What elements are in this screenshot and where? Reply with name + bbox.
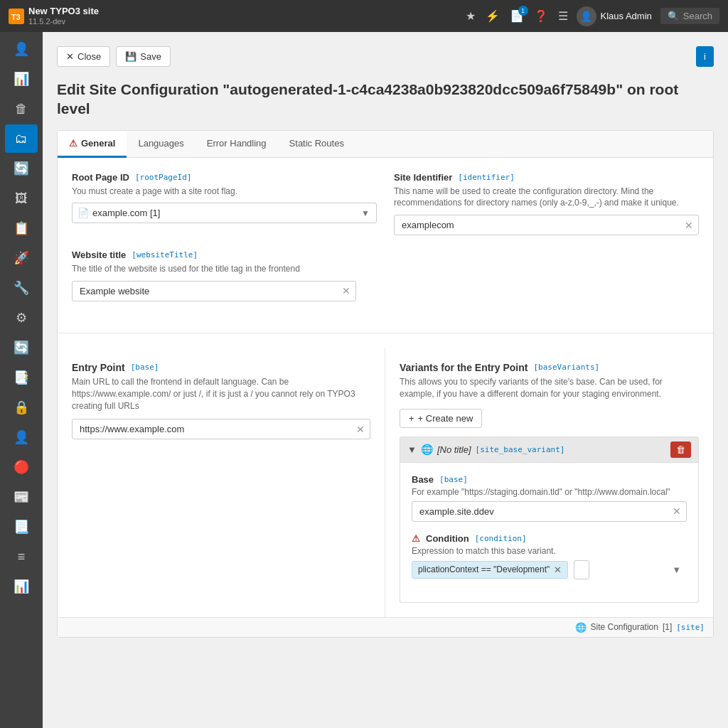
list-icon[interactable]: ☰ — [558, 9, 568, 23]
entry-point-input-wrapper: ✕ — [72, 419, 370, 439]
sidebar-item-news[interactable]: 📰 — [5, 483, 38, 511]
tab-languages-label: Languages — [138, 138, 183, 149]
sidebar-item-pages[interactable]: 📃 — [5, 513, 38, 541]
flash-icon[interactable]: ⚡ — [486, 9, 500, 23]
variant-base-clear-icon[interactable]: ✕ — [673, 506, 681, 516]
notification-badge: 1 — [518, 6, 528, 16]
entry-point-input[interactable] — [72, 419, 370, 439]
svg-text:T3: T3 — [11, 12, 21, 21]
variant-collapse-icon[interactable]: ▼ — [407, 444, 417, 455]
toolbar: ✕ Close 💾 Save i — [57, 46, 714, 67]
sidebar-item-scheduler[interactable]: 🔴 — [5, 453, 38, 481]
status-globe-icon: 🌐 — [575, 622, 587, 633]
general-error-icon: ⚠ — [69, 138, 77, 149]
variant-header-left: ▼ 🌐 [No title] [site_base_variant] — [407, 444, 564, 455]
status-tag: [site] — [676, 623, 705, 632]
sidebar-item-settings[interactable]: ⚙ — [5, 304, 38, 332]
sidebar-item-user[interactable]: 👤 — [5, 35, 38, 63]
website-title-tag: [websiteTitle] — [132, 250, 198, 259]
variant-item: ▼ 🌐 [No title] [site_base_variant] 🗑 — [400, 437, 699, 603]
entry-point-desc: Main URL to call the frontend in default… — [72, 376, 370, 412]
website-title-input[interactable] — [72, 281, 356, 301]
status-count: [1] — [663, 622, 672, 632]
save-button[interactable]: 💾 Save — [116, 46, 171, 67]
tab-general[interactable]: ⚠ General — [58, 131, 127, 158]
site-identifier-input-wrapper: ✕ — [394, 215, 699, 235]
topbar-icons: ★ ⚡ 📄 1 ❓ ☰ — [466, 9, 568, 23]
help-icon[interactable]: ❓ — [534, 9, 548, 23]
root-page-select[interactable]: example.com [1] — [72, 203, 377, 223]
save-icon: 💾 — [125, 51, 136, 62]
topbar-user[interactable]: 👤 Klaus Admin — [577, 6, 652, 26]
variant-base-tag: [base] — [439, 475, 468, 484]
tabs: ⚠ General Languages Error Handling Stati… — [58, 131, 713, 158]
typo3-icon: T3 — [9, 9, 24, 24]
website-title-label: Website title [websiteTitle] — [72, 250, 699, 260]
condition-tag-text: plicationContext == "Development" — [418, 564, 550, 574]
topbar-site-name: New TYPO3 site — [28, 6, 99, 17]
root-page-desc: You must create a page with a site root … — [72, 186, 377, 198]
variant-base-group: Base [base] For example "https://staging… — [412, 474, 687, 522]
variant-delete-button[interactable]: 🗑 — [670, 441, 691, 458]
sidebar-item-charts[interactable]: 📊 — [5, 572, 38, 601]
variants-right: Variants for the Entry Point [baseVarian… — [385, 348, 713, 617]
condition-dropdown[interactable] — [574, 560, 589, 579]
site-identifier-label-text: Site Identifier — [394, 172, 452, 183]
sidebar-item-trash[interactable]: 🗑 — [5, 95, 38, 123]
sidebar-item-dashboard[interactable]: 📊 — [5, 65, 38, 93]
sidebar-item-security[interactable]: 🔒 — [5, 393, 38, 422]
condition-dropdown-wrapper: ▼ — [574, 560, 687, 579]
site-identifier-clear-icon[interactable]: ✕ — [685, 220, 693, 230]
entry-point-clear-icon[interactable]: ✕ — [356, 424, 365, 434]
variant-base-label-text: Base — [412, 474, 434, 485]
sidebar-item-sync[interactable]: 🔄 — [5, 333, 38, 362]
variant-base-input-wrapper: ✕ — [412, 501, 687, 522]
tab-error-handling[interactable]: Error Handling — [196, 131, 278, 158]
tab-static-routes-label: Static Routes — [289, 138, 344, 149]
sidebar-item-filelist[interactable]: 🗂 — [5, 124, 38, 153]
info-button[interactable]: i — [696, 46, 714, 67]
variant-condition-desc: Expression to match this base variant. — [412, 546, 687, 556]
entry-point-title: Entry Point [base] — [72, 362, 370, 373]
sidebar-item-list[interactable]: ≡ — [5, 542, 38, 571]
sidebar-item-forms[interactable]: 📋 — [5, 214, 38, 242]
variant-base-label: Base [base] — [412, 474, 687, 485]
page-title: Edit Site Configuration "autogenerated-1… — [57, 80, 714, 119]
sidebar-item-tools[interactable]: 🔧 — [5, 274, 38, 302]
sidebar-item-users[interactable]: 👤 — [5, 423, 38, 451]
website-title-clear-icon[interactable]: ✕ — [342, 286, 350, 296]
variant-header: ▼ 🌐 [No title] [site_base_variant] 🗑 — [400, 437, 699, 463]
website-title-label-text: Website title — [72, 250, 126, 260]
sidebar-item-refresh[interactable]: 🔄 — [5, 154, 38, 183]
condition-dropdown-chevron-icon: ▼ — [672, 564, 681, 575]
root-page-tag: [rootPageId] — [135, 173, 191, 182]
topbar-search[interactable]: 🔍 Search — [660, 8, 719, 24]
create-new-button[interactable]: + + Create new — [400, 409, 482, 428]
topbar-version: 11.5.2-dev — [28, 17, 99, 26]
root-page-select-wrapper: 📄 example.com [1] ▼ — [72, 203, 377, 223]
variant-base-input[interactable] — [412, 501, 687, 522]
site-identifier-tag: [identifier] — [458, 173, 514, 182]
tab-static-routes[interactable]: Static Routes — [278, 131, 355, 158]
sidebar-item-images[interactable]: 🖼 — [5, 184, 38, 213]
search-label: Search — [683, 11, 712, 21]
site-identifier-input[interactable] — [394, 215, 699, 235]
variants-title: Variants for the Entry Point [baseVarian… — [400, 362, 699, 373]
tab-languages[interactable]: Languages — [127, 131, 195, 158]
sidebar: 👤 📊 🗑 🗂 🔄 🖼 📋 🚀 🔧 ⚙ 🔄 📑 🔒 👤 🔴 📰 📃 ≡ 📊 — [0, 32, 43, 728]
close-label: Close — [77, 51, 101, 62]
bookmark-icon[interactable]: ★ — [466, 9, 476, 23]
entry-point-tag: [base] — [131, 363, 159, 372]
condition-error-icon: ⚠ — [412, 533, 420, 544]
entry-point-left: Entry Point [base] Main URL to call the … — [58, 348, 385, 617]
close-button[interactable]: ✕ Close — [57, 46, 110, 67]
user-name: Klaus Admin — [601, 11, 652, 21]
search-icon: 🔍 — [668, 11, 679, 21]
sidebar-item-rocket[interactable]: 🚀 — [5, 244, 38, 272]
topbar: T3 New TYPO3 site 11.5.2-dev ★ ⚡ 📄 1 ❓ ☰… — [0, 0, 728, 32]
notifications-icon[interactable]: 📄 1 — [510, 9, 524, 23]
sidebar-item-reports[interactable]: 📑 — [5, 363, 38, 392]
variant-condition-group: ⚠ Condition [condition] Expression to ma… — [412, 533, 687, 579]
website-title-group: Website title [websiteTitle] The title o… — [72, 250, 699, 301]
condition-tag-remove-icon[interactable]: ✕ — [554, 564, 562, 575]
